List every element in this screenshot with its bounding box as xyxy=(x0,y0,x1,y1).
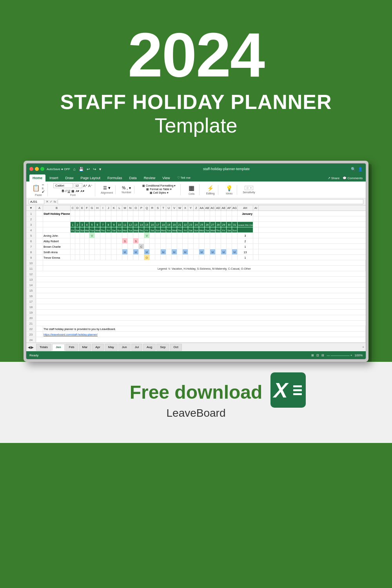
cell-f5[interactable] xyxy=(85,233,89,238)
sensitivity-button[interactable]: ⊘ ▾ xyxy=(245,186,253,190)
cell-n2[interactable] xyxy=(128,216,133,221)
col-header-k[interactable]: K xyxy=(111,205,117,211)
cell-a10[interactable] xyxy=(36,260,43,265)
cell-y5[interactable] xyxy=(188,233,194,238)
cell-o3[interactable]: 13 xyxy=(133,222,139,227)
cell-a11[interactable] xyxy=(36,266,43,271)
cell-m4[interactable]: Mon xyxy=(122,227,128,232)
cell-b4[interactable] xyxy=(43,227,71,232)
cell-ai4[interactable] xyxy=(253,227,259,232)
cell-ag1[interactable] xyxy=(232,211,238,216)
cell-v3[interactable]: 20 xyxy=(172,222,177,227)
cell-i5[interactable] xyxy=(100,233,106,238)
cell-ae1[interactable] xyxy=(221,211,227,216)
cell-g4[interactable]: Tue xyxy=(89,227,95,232)
format-painter-button[interactable]: 🖌 xyxy=(42,190,45,193)
cell-af2[interactable] xyxy=(227,216,232,221)
cell-m3[interactable]: 11 xyxy=(122,222,128,227)
cell-w6[interactable] xyxy=(177,238,183,243)
cell-i8[interactable] xyxy=(100,249,106,254)
cell-e4[interactable]: Sun xyxy=(80,227,85,232)
cell-b10[interactable] xyxy=(43,260,366,265)
col-header-y[interactable]: Y xyxy=(188,205,194,211)
tab-data[interactable]: Data xyxy=(126,174,140,181)
cell-ah9-total[interactable]: 1 xyxy=(238,255,253,260)
cell-r9[interactable] xyxy=(150,255,155,260)
col-header-t[interactable]: T xyxy=(161,205,166,211)
page-layout-icon[interactable]: ⊟ xyxy=(321,354,324,357)
formula-insert[interactable]: fx xyxy=(54,200,56,203)
cell-ac5[interactable] xyxy=(210,233,216,238)
cell-x8-m[interactable]: M xyxy=(183,249,188,254)
cell-p9[interactable] xyxy=(139,255,144,260)
cell-ad9[interactable] xyxy=(216,255,221,260)
cell-r2[interactable] xyxy=(150,216,155,221)
cell-h2[interactable] xyxy=(95,216,100,221)
cell-u8[interactable] xyxy=(166,249,172,254)
col-header-b[interactable]: B xyxy=(43,205,71,211)
cell-l6[interactable] xyxy=(117,238,122,243)
cell-l2[interactable] xyxy=(117,216,122,221)
cell-d8[interactable] xyxy=(75,249,80,254)
cell-y6[interactable] xyxy=(188,238,194,243)
cell-x9[interactable] xyxy=(183,255,188,260)
cell-e3[interactable]: 3 xyxy=(80,222,85,227)
col-header-i[interactable]: I xyxy=(100,205,106,211)
cell-aa2[interactable] xyxy=(199,216,205,221)
cell-ai7[interactable] xyxy=(253,244,259,249)
number-more[interactable]: ▾ xyxy=(129,186,131,190)
cell-p3[interactable]: 14 xyxy=(139,222,144,227)
cell-c1[interactable] xyxy=(71,211,75,216)
cell-f3[interactable]: 4 xyxy=(85,222,89,227)
cell-styles-button[interactable]: ▦ Cell Styles ▾ xyxy=(150,191,169,194)
cell-a7[interactable] xyxy=(36,244,43,249)
cell-ad1[interactable] xyxy=(216,211,221,216)
cell-m6-s[interactable]: S xyxy=(122,238,128,243)
cell-ab9[interactable] xyxy=(205,255,210,260)
col-header-ae[interactable]: AE xyxy=(221,205,227,211)
cell-g8[interactable] xyxy=(89,249,95,254)
cell-t3[interactable]: 18 xyxy=(161,222,166,227)
cell-a1[interactable] xyxy=(36,211,43,216)
cell-r1[interactable] xyxy=(150,211,155,216)
search-icon[interactable]: 🔍 xyxy=(351,167,356,171)
cell-ae9[interactable] xyxy=(221,255,227,260)
cell-k8[interactable] xyxy=(111,249,117,254)
cell-af5[interactable] xyxy=(227,233,232,238)
cell-e9[interactable] xyxy=(80,255,85,260)
tab-draw[interactable]: Draw xyxy=(62,174,77,181)
tab-totals[interactable]: Totals xyxy=(36,344,51,351)
cell-main-19[interactable] xyxy=(36,310,366,315)
cell-d1[interactable] xyxy=(75,211,80,216)
format-as-table-button[interactable]: ▦ Format as Table ▾ xyxy=(146,188,172,191)
cell-n5[interactable] xyxy=(128,233,133,238)
cell-i1[interactable] xyxy=(100,211,106,216)
tab-jun[interactable]: Jun xyxy=(118,344,131,351)
borders-button[interactable]: ▦ xyxy=(71,189,74,193)
cell-z5[interactable] xyxy=(194,233,199,238)
font-size-input[interactable]: 12 xyxy=(74,183,82,188)
cell-v9[interactable] xyxy=(172,255,177,260)
col-header-ah[interactable]: AH xyxy=(238,205,253,211)
col-header-h[interactable]: H xyxy=(95,205,100,211)
cell-main-14[interactable] xyxy=(36,282,366,287)
cell-k1[interactable] xyxy=(111,211,117,216)
cell-v8-m[interactable]: M xyxy=(172,249,177,254)
cell-ah2[interactable] xyxy=(238,216,253,221)
cell-f6[interactable] xyxy=(85,238,89,243)
cell-w4[interactable]: Thu xyxy=(177,227,183,232)
font-grow[interactable]: A⁺ xyxy=(83,184,87,188)
cell-w8[interactable] xyxy=(177,249,183,254)
cell-y1[interactable] xyxy=(188,211,194,216)
tab-nav-right[interactable]: ▶ xyxy=(31,345,34,349)
cell-q8-m[interactable]: M xyxy=(144,249,150,254)
cell-q2[interactable] xyxy=(144,216,150,221)
col-header-aa[interactable]: AA xyxy=(199,205,205,211)
cell-t1[interactable] xyxy=(161,211,166,216)
cell-ag2[interactable] xyxy=(232,216,238,221)
cell-e5[interactable] xyxy=(80,233,85,238)
cell-v6[interactable] xyxy=(172,238,177,243)
cell-aa4[interactable]: Mon xyxy=(199,227,205,232)
cell-n8[interactable] xyxy=(128,249,133,254)
cell-s3[interactable]: 17 xyxy=(155,222,161,227)
